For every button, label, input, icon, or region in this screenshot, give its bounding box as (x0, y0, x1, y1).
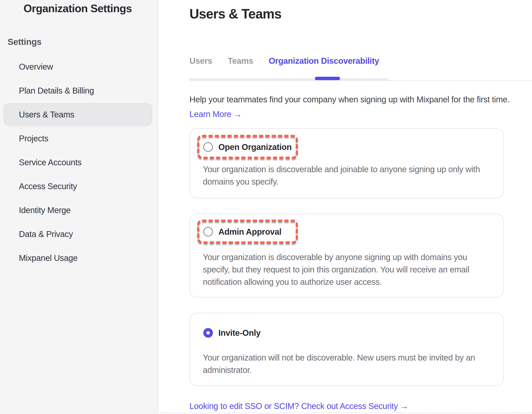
sidebar-item-label: Identity Merge (19, 206, 70, 215)
intro-text: Help your teammates find your company wh… (190, 93, 510, 106)
option-description: Your organization will not be discoverab… (203, 351, 475, 376)
sidebar-item-label: Access Security (19, 182, 77, 191)
invite-only-option[interactable]: Invite-Only (203, 328, 261, 338)
option-description: Your organization is discoverable by any… (203, 251, 469, 288)
access-security-link[interactable]: Looking to edit SSO or SCIM? Check out A… (190, 400, 408, 412)
sidebar-item-label: Users & Teams (19, 110, 74, 119)
sidebar-item-label: Plan Details & Billing (19, 86, 94, 95)
page-title: Users & Teams (190, 5, 281, 22)
option-description: Your organization is discoverable and jo… (203, 163, 480, 188)
sidebar-item-label: Data & Privacy (19, 229, 73, 239)
sidebar-item-label: Service Accounts (19, 158, 82, 167)
tab-users[interactable]: Users (190, 56, 212, 66)
sidebar-nav: Overview Plan Details & Billing Users & … (0, 55, 157, 270)
sidebar: Organization Settings Settings Overview … (0, 0, 158, 414)
tab-organization-discoverability[interactable]: Organization Discoverability (269, 56, 379, 66)
sidebar-section-label: Settings (8, 36, 42, 48)
tab-bar: Users Teams Organization Discoverability (190, 52, 532, 82)
active-tab-indicator (315, 77, 340, 80)
option-card-invite-only: Invite-Only Your organization will not b… (190, 313, 504, 386)
sidebar-item-mixpanel-usage[interactable]: Mixpanel Usage (0, 246, 157, 270)
option-card-admin-approval: Admin Approval Your organization is disc… (190, 214, 504, 298)
sidebar-item-label: Overview (19, 62, 53, 72)
admin-approval-radio[interactable] (203, 227, 213, 236)
sidebar-item-identity-merge[interactable]: Identity Merge (0, 198, 157, 222)
sidebar-item-plan-details-billing[interactable]: Plan Details & Billing (0, 79, 157, 103)
sidebar-item-access-security[interactable]: Access Security (0, 174, 157, 198)
sidebar-item-label: Mixpanel Usage (19, 253, 78, 263)
sidebar-item-projects[interactable]: Projects (0, 126, 157, 150)
option-label: Open Organization (218, 142, 292, 152)
sidebar-title: Organization Settings (23, 2, 132, 15)
sidebar-item-data-privacy[interactable]: Data & Privacy (0, 222, 157, 246)
sidebar-item-users-teams[interactable]: Users & Teams (4, 103, 152, 126)
tab-teams[interactable]: Teams (228, 56, 253, 66)
sidebar-item-label: Projects (19, 134, 48, 143)
option-label: Admin Approval (218, 227, 281, 237)
sidebar-item-overview[interactable]: Overview (0, 55, 157, 79)
tab-row: Users Teams Organization Discoverability (190, 52, 532, 66)
invite-only-radio[interactable] (203, 328, 213, 338)
main-content: Users & Teams Users Teams Organization D… (159, 0, 532, 414)
admin-approval-option[interactable]: Admin Approval (203, 227, 281, 237)
tab-underline-track (190, 78, 388, 81)
learn-more-link[interactable]: Learn More → (190, 108, 242, 120)
option-label: Invite-Only (218, 328, 261, 338)
open-organization-option[interactable]: Open Organization (203, 142, 292, 152)
bottom-dotted-divider (159, 412, 532, 413)
option-card-open-organization: Open Organization Your organization is d… (190, 128, 504, 198)
discoverability-options: Open Organization Your organization is d… (190, 128, 504, 386)
open-organization-radio[interactable] (203, 142, 213, 152)
sidebar-item-service-accounts[interactable]: Service Accounts (0, 150, 157, 174)
